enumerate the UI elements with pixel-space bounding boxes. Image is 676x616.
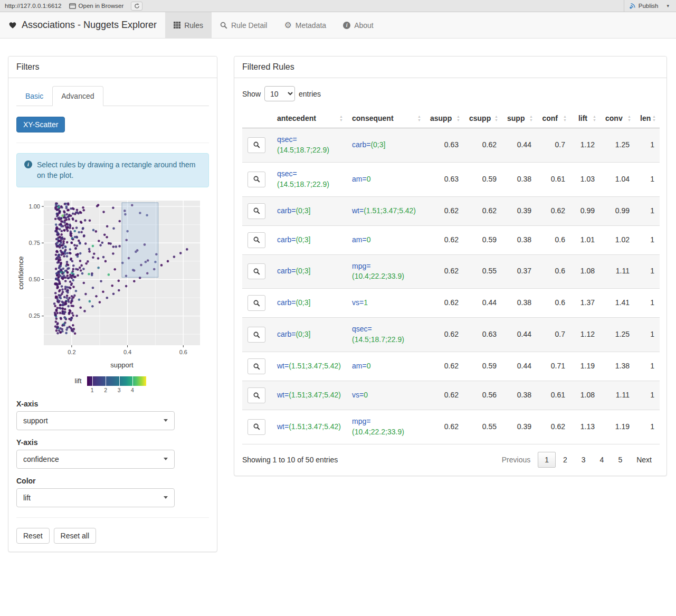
inspect-rule-button[interactable] — [247, 295, 265, 311]
cell-csupp: 0.62 — [464, 196, 502, 225]
magnifier-icon — [253, 176, 260, 183]
inspect-rule-button[interactable] — [247, 358, 265, 374]
inspect-rule-button[interactable] — [247, 172, 265, 187]
column-header-lift[interactable]: lift▲▼ — [570, 109, 600, 128]
inspect-rule-button[interactable] — [247, 419, 265, 435]
sort-icons: ▲▼ — [652, 115, 656, 122]
inspect-rule-button[interactable] — [247, 137, 265, 153]
cell-csupp: 0.55 — [464, 410, 502, 444]
attribute-name: wt= — [352, 206, 364, 215]
attribute-name: am= — [352, 362, 367, 370]
attribute-name: qsec= — [352, 325, 372, 333]
page-length-select[interactable]: 10 — [264, 86, 295, 101]
svg-text:0.2: 0.2 — [68, 349, 75, 355]
column-header-consequent[interactable]: consequent▲▼ — [347, 109, 425, 128]
page-button-4[interactable]: 4 — [593, 452, 611, 468]
page-button-1[interactable]: 1 — [538, 452, 556, 468]
gear-icon: ⚙ — [284, 21, 291, 30]
inspect-rule-button[interactable] — [247, 327, 265, 343]
attribute-value: 0 — [364, 390, 368, 401]
filtered-rules-panel: Filtered Rules Show 10 entries anteceden… — [234, 56, 667, 476]
publish-button[interactable]: Publish — [624, 0, 659, 12]
cell-conv: 1.19 — [600, 410, 635, 444]
tab-advanced[interactable]: Advanced — [52, 86, 103, 106]
column-header-antecedent[interactable]: antecedent▲▼ — [272, 109, 347, 128]
column-header-conv[interactable]: conv▲▼ — [600, 109, 635, 128]
next-page-button[interactable]: Next — [630, 452, 659, 468]
table-info: Showing 1 to 10 of 50 entries — [242, 456, 338, 464]
cell-supp: 0.44 — [502, 128, 537, 163]
column-header-conf[interactable]: conf▲▼ — [537, 109, 570, 128]
app-brand: Associations - Nuggets Explorer — [0, 12, 165, 38]
tab-about[interactable]: i About — [335, 12, 382, 38]
attribute-name: am= — [352, 235, 367, 244]
reset-all-button[interactable]: Reset all — [54, 528, 96, 544]
tab-basic[interactable]: Basic — [16, 86, 52, 106]
tab-metadata[interactable]: ⚙ Metadata — [275, 12, 335, 38]
cell-conf: 0.62 — [537, 410, 570, 444]
page-button-3[interactable]: 3 — [575, 452, 593, 468]
consequent-cell: vs=1 — [347, 289, 425, 318]
column-header-asupp[interactable]: asupp▲▼ — [425, 109, 464, 128]
tab-rule-detail[interactable]: Rule Detail — [212, 12, 275, 38]
color-select[interactable]: lift — [16, 488, 175, 507]
reset-button[interactable]: Reset — [16, 528, 50, 544]
open-in-browser-label: Open in Browser — [79, 3, 124, 9]
cell-asupp: 0.62 — [425, 196, 464, 225]
consequent-cell: mpg=(10.4;22.2;33.9) — [347, 254, 425, 289]
page-button-2[interactable]: 2 — [556, 452, 574, 468]
cell-lift: 1.03 — [570, 162, 600, 196]
cell-csupp: 0.59 — [464, 162, 502, 196]
column-header-csupp[interactable]: csupp▲▼ — [464, 109, 502, 128]
filtered-rules-panel-title: Filtered Rules — [234, 56, 667, 78]
cell-lift: 1.08 — [570, 254, 600, 289]
legend-tick-label: 4 — [131, 387, 134, 393]
filters-panel-title: Filters — [8, 56, 217, 78]
x-axis-select[interactable]: support — [16, 411, 175, 430]
viridis-gradient — [87, 376, 146, 386]
magnifier-icon — [253, 141, 260, 148]
cell-conv: 1.25 — [600, 318, 635, 352]
column-header-supp[interactable]: supp▲▼ — [502, 109, 537, 128]
attribute-value: (14.5;18.7;22.9) — [352, 335, 404, 345]
legend-tick — [119, 376, 120, 386]
page-button-5[interactable]: 5 — [611, 452, 629, 468]
inspect-rule-button[interactable] — [247, 232, 265, 248]
consequent-cell: mpg=(10.4;22.2;33.9) — [347, 410, 425, 444]
attribute-value: 0 — [367, 361, 371, 372]
cell-len: 1 — [635, 196, 660, 225]
open-in-browser-button[interactable]: Open in Browser — [69, 3, 124, 9]
cell-conv: 1.25 — [600, 128, 635, 163]
cell-conf: 0.61 — [537, 162, 570, 196]
attribute-value: (14.5;18.7;22.9) — [277, 145, 329, 156]
inspect-rule-button[interactable] — [247, 203, 265, 219]
cell-lift: 1.37 — [570, 289, 600, 318]
table-footer: Showing 1 to 10 of 50 entries Previous 1… — [242, 452, 659, 468]
show-label: Show — [242, 90, 261, 98]
tab-rules[interactable]: Rules — [165, 12, 212, 38]
previous-page-button[interactable]: Previous — [495, 452, 537, 468]
inspect-rule-button[interactable] — [247, 387, 265, 403]
tab-label: Rules — [184, 21, 203, 30]
scatter-plot[interactable]: 0.20.40.60.250.500.751.00supportconfiden… — [16, 195, 204, 371]
publish-dropdown-caret[interactable]: ▾ — [665, 3, 671, 8]
caret-down-icon — [164, 419, 168, 422]
table-row: qsec=(14.5;18.7;22.9)am=00.630.590.380.6… — [242, 162, 660, 196]
navbar: Associations - Nuggets Explorer Rules Ru… — [0, 12, 676, 39]
antecedent-cell: wt=(1.51;3.47;5.42) — [272, 352, 347, 381]
cell-conv: 1.02 — [600, 225, 635, 254]
y-axis-select[interactable]: confidence — [16, 450, 175, 469]
column-header-len[interactable]: len▲▼ — [635, 109, 660, 128]
xy-scatter-button[interactable]: XY-Scatter — [16, 117, 65, 132]
inspect-rule-button[interactable] — [247, 263, 265, 279]
cell-asupp: 0.62 — [425, 352, 464, 381]
magnifier-icon — [253, 268, 260, 275]
cell-csupp: 0.59 — [464, 352, 502, 381]
attribute-value: (1.51;3.47;5.42) — [289, 361, 341, 372]
cell-lift: 1.08 — [570, 381, 600, 410]
consequent-cell: am=0 — [347, 225, 425, 254]
brush-selection-rect[interactable] — [122, 202, 158, 277]
attribute-name: carb= — [352, 140, 370, 149]
consequent-cell: am=0 — [347, 352, 425, 381]
refresh-button[interactable] — [131, 2, 142, 11]
